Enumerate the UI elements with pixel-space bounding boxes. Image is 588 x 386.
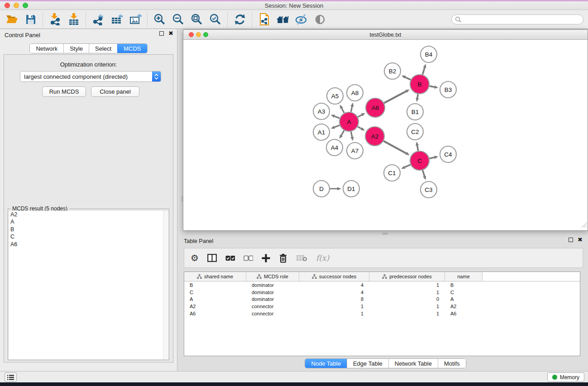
result-list-item[interactable]: C [9,233,168,240]
result-list-item[interactable]: A2 [9,211,168,218]
show-half-icon[interactable] [311,11,329,28]
close-panel-icon[interactable]: ✖ [168,31,173,36]
edge-A-A2[interactable] [358,127,361,129]
zoom-out-icon[interactable] [169,11,187,28]
export-table-icon[interactable] [107,11,126,28]
result-scrollbar[interactable] [163,211,168,359]
table-row[interactable]: A2connector11A2 [184,303,580,310]
float-panel-icon[interactable] [159,31,164,36]
edge-C-C1[interactable] [405,165,411,167]
edge-C-C2[interactable] [417,146,418,151]
network-window-titlebar[interactable]: testGlobe.txt [183,30,588,40]
tab-style[interactable]: Style [63,44,89,53]
delete-column-icon[interactable] [279,253,287,263]
node-B2[interactable]: B2 [384,63,401,79]
criterion-dropdown[interactable]: largest connected component (directed) [20,71,161,82]
refresh-view-icon[interactable] [230,11,249,28]
node-A7[interactable]: A7 [347,143,363,159]
split-view-icon[interactable] [207,254,217,262]
memory-button[interactable]: Memory [547,372,584,382]
resize-grip-icon[interactable] [581,222,587,230]
network-canvas[interactable]: B4B2BB3A5A8A6A3B1AA1C2A2A4A7C4CC1C3DD1 [183,40,588,230]
table-row[interactable]: Cdominator41C [184,289,580,296]
desktop-scrollbar-horizontal[interactable] [382,233,388,235]
node-D[interactable]: D [313,181,330,197]
edge-A-A4[interactable] [341,130,344,135]
edge-A-A7[interactable] [351,132,352,137]
home-view-icon[interactable] [273,11,292,28]
function-builder-icon[interactable]: f(x) [316,253,329,262]
node-table[interactable]: shared nameMCDS rolesuccessor nodesprede… [184,272,580,356]
node-A[interactable]: A [339,112,359,131]
tab-node-table[interactable]: Node Table [305,359,347,368]
run-mcds-button[interactable]: Run MCDS [42,86,86,97]
mcds-result-list[interactable]: A2ABCA6 [9,211,168,359]
edge-C-C3[interactable] [423,170,425,176]
node-A3[interactable]: A3 [313,103,330,119]
tab-network-table[interactable]: Network Table [388,359,438,368]
tab-mcds[interactable]: MCDS [117,44,147,53]
node-B3[interactable]: B3 [440,81,456,98]
node-A4[interactable]: A4 [326,139,343,156]
network-view-window[interactable]: testGlobe.txt B4B2BB3A5A8A6A3B1AA1C2A2A4… [183,29,588,231]
tab-network[interactable]: Network [30,44,63,53]
node-B1[interactable]: B1 [407,104,423,120]
node-C1[interactable]: C1 [384,165,400,181]
search-input[interactable] [451,14,583,24]
edge-C-C4[interactable] [429,157,434,159]
tab-edge-table[interactable]: Edge Table [347,359,388,368]
edge-B-B4[interactable] [422,68,425,75]
select-all-icon[interactable] [225,255,235,261]
node-A2[interactable]: A2 [365,127,384,146]
node-A5[interactable]: A5 [327,88,343,104]
edge-A-A3[interactable] [335,116,339,118]
export-network-icon[interactable] [89,11,107,28]
column-header-shared-name[interactable]: shared name [184,272,246,281]
result-list-item[interactable]: A6 [9,241,168,248]
open-file-icon[interactable] [3,11,21,28]
close-panel-button[interactable]: Close panel [91,86,139,97]
import-network-icon[interactable] [46,11,64,28]
node-B[interactable]: B [410,75,429,94]
edge-A-A5[interactable] [342,108,344,113]
float-table-panel-icon[interactable] [569,238,573,242]
column-header-name[interactable]: name [445,272,483,281]
table-settings-icon[interactable]: ⚙ [191,253,199,263]
node-C[interactable]: C [410,151,429,170]
table-row[interactable]: A6connector11A6 [184,310,580,317]
node-A1[interactable]: A1 [313,124,330,140]
close-table-panel-icon[interactable]: ✖ [578,238,583,242]
edge-B-B2[interactable] [405,77,411,80]
node-C2[interactable]: C2 [407,124,423,140]
hide-others-icon[interactable] [292,11,311,28]
zoom-in-icon[interactable] [150,11,169,28]
delete-table-icon[interactable] [296,254,307,262]
task-history-button[interactable] [5,372,17,382]
deselect-all-icon[interactable] [244,255,253,261]
edge-B-B1[interactable] [417,94,418,98]
result-list-item[interactable]: B [9,226,168,233]
column-header-successor-nodes[interactable]: successor nodes [299,272,369,281]
node-D1[interactable]: D1 [343,181,359,197]
node-B4[interactable]: B4 [421,46,437,62]
window-titlebar[interactable]: Session: New Session [0,1,588,10]
node-C3[interactable]: C3 [421,181,437,198]
zoom-fit-icon[interactable] [187,11,206,28]
table-row[interactable]: Adominator80A [184,295,580,303]
table-row[interactable]: Bdominator41B [184,281,580,289]
node-A8[interactable]: A8 [347,85,363,101]
edge-A-A6[interactable] [358,115,362,117]
node-C4[interactable]: C4 [440,146,456,162]
edge-A2-C[interactable] [383,141,406,153]
column-header-MCDS-role[interactable]: MCDS role [246,272,299,281]
clone-network-icon[interactable] [255,11,273,28]
edge-B-B3[interactable] [430,86,435,87]
edge-A-A1[interactable] [335,125,339,127]
zoom-selected-icon[interactable] [206,11,225,28]
add-column-icon[interactable] [262,254,270,262]
tab-motifs[interactable]: Motifs [438,359,466,368]
import-table-icon[interactable] [64,11,83,28]
node-A6[interactable]: A6 [366,98,385,117]
network-graph[interactable]: B4B2BB3A5A8A6A3B1AA1C2A2A4A7C4CC1C3DD1 [183,40,588,230]
edge-A6-B[interactable] [384,91,406,103]
